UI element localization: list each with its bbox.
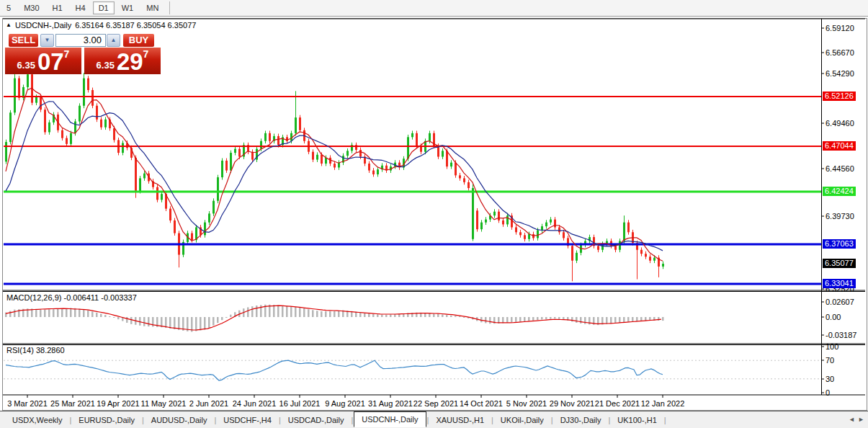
level-price-label: 6.52126 bbox=[823, 92, 856, 101]
date-axis-label: 21 Dec 2021 bbox=[595, 399, 640, 408]
rsi-axis-tick-label: 30 bbox=[826, 375, 834, 383]
rsi-indicator-label: RSI(14) 38.2860 bbox=[6, 346, 65, 355]
buy-button[interactable]: BUY bbox=[123, 34, 154, 47]
buy-price-sup: 7 bbox=[143, 48, 149, 60]
candles-layer bbox=[5, 72, 664, 281]
rsi-axis-tick-label: 70 bbox=[826, 356, 834, 365]
price-axis-tick-label: 6.59120 bbox=[826, 24, 854, 32]
date-axis-label: 25 Mar 2021 bbox=[50, 399, 95, 408]
price-axis-tick-label: 6.49460 bbox=[826, 119, 854, 128]
title-arrow-icon[interactable]: ▲ bbox=[6, 22, 12, 28]
buy-price-big: 29 bbox=[117, 51, 143, 73]
date-axis-label: 12 Jan 2022 bbox=[641, 399, 685, 408]
date-axis-label: 9 Aug 2021 bbox=[325, 399, 365, 408]
level-price-label: 6.47044 bbox=[823, 141, 856, 151]
one-click-trade-panel: SELL ▼ 3.00 ▲ BUY 6.35 07 7 6.35 29 7 bbox=[4, 32, 164, 75]
macd-axis-tick-label: 0.02607 bbox=[826, 298, 854, 306]
date-axis-label: 5 Nov 2021 bbox=[506, 399, 547, 408]
chart-title: ▲ USDCNH-,Daily 6.35164 6.35187 6.35054 … bbox=[6, 21, 196, 30]
buy-price-box[interactable]: 6.35 29 7 bbox=[84, 48, 161, 74]
rsi-line bbox=[6, 360, 663, 380]
sell-button[interactable]: SELL bbox=[9, 34, 38, 47]
date-axis-label: 29 Nov 2021 bbox=[550, 399, 594, 408]
volume-input[interactable]: 3.00 bbox=[55, 34, 106, 47]
date-axis-label: 3 Mar 2021 bbox=[7, 399, 48, 408]
sell-price-big: 07 bbox=[37, 51, 64, 73]
date-axis-label: 19 Apr 2021 bbox=[97, 399, 139, 408]
price-axis-tick-label: 6.56670 bbox=[826, 48, 854, 57]
date-axis-label: 11 May 2021 bbox=[141, 399, 187, 408]
level-price-label: 6.42424 bbox=[823, 187, 856, 196]
level-price-label: 6.33041 bbox=[823, 279, 856, 288]
chart-ohlc-values: 6.35164 6.35187 6.35054 6.35077 bbox=[75, 21, 196, 30]
price-axis-tick-label: 6.54290 bbox=[826, 69, 854, 78]
volume-decrease-button[interactable]: ▼ bbox=[40, 34, 54, 47]
date-axis-label: 16 Jul 2021 bbox=[279, 399, 321, 408]
date-axis-label: 2 Jun 2021 bbox=[189, 399, 228, 408]
date-axis-label: 22 Sep 2021 bbox=[413, 399, 458, 408]
macd-layer bbox=[5, 305, 664, 332]
level-price-label: 6.37063 bbox=[823, 239, 856, 249]
trading-terminal: 5M30H1H4D1W1MN ▲ USDCNH-,Daily 6.35164 6… bbox=[0, 0, 868, 428]
rsi-axis-tick-label: 0 bbox=[826, 388, 830, 397]
sell-price-box[interactable]: 6.35 07 7 bbox=[5, 48, 81, 74]
sell-price-small: 6.35 bbox=[17, 60, 35, 71]
buy-price-small: 6.35 bbox=[97, 60, 115, 71]
date-axis-label: 24 Jun 2021 bbox=[233, 399, 277, 408]
macd-axis-tick-label: 0.00 bbox=[826, 313, 841, 321]
price-axis-tick-label: 6.39730 bbox=[826, 212, 854, 220]
date-axis-label: 31 Aug 2021 bbox=[368, 399, 413, 408]
chart-symbol-label: USDCNH-,Daily bbox=[15, 21, 71, 30]
volume-increase-button[interactable]: ▲ bbox=[107, 34, 120, 47]
current-price-label: 6.35077 bbox=[823, 259, 856, 268]
macd-indicator-label: MACD(12,26,9) -0.006411 -0.003337 bbox=[6, 293, 137, 302]
date-axis-label: 14 Oct 2021 bbox=[460, 399, 503, 408]
price-axis-tick-label: 6.44560 bbox=[826, 164, 854, 173]
rsi-axis-tick-label: 100 bbox=[826, 342, 838, 351]
macd-axis-tick-label: -0.03187 bbox=[826, 331, 856, 339]
sell-price-sup: 7 bbox=[64, 48, 70, 60]
